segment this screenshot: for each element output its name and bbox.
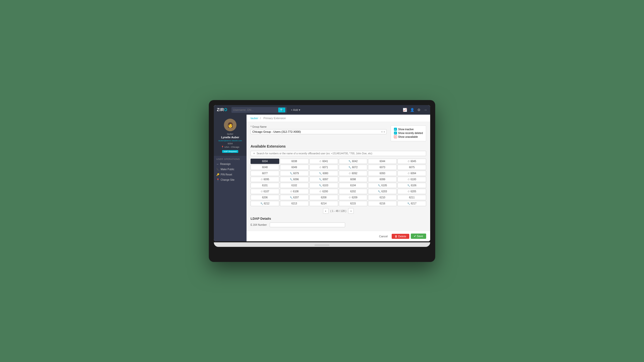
clear-button[interactable]: ✕ ▾: [381, 130, 385, 133]
section-title: Available Extensions: [251, 144, 426, 148]
extension-cell-6045[interactable]: ⏱6045: [397, 159, 426, 164]
extension-cell-6097[interactable]: 🔧6097: [309, 177, 338, 182]
extension-cell-6094[interactable]: ⏱6094: [397, 171, 426, 176]
group-name-label: * Group Name: [251, 125, 387, 128]
extension-cell-6104[interactable]: 6104: [339, 183, 368, 188]
show-deleted-checkbox[interactable]: ✔: [394, 131, 397, 134]
show-inactive-row[interactable]: ✔ Show inactive: [394, 128, 423, 131]
e164-input[interactable]: 312-772-6004: [270, 222, 345, 227]
extension-cell-6106[interactable]: 🔧6106: [397, 183, 426, 188]
extension-cell-6038[interactable]: 6038: [280, 159, 309, 164]
extension-cell-6216[interactable]: 6216: [368, 201, 397, 206]
extension-cell-6108[interactable]: ⏱6108: [280, 189, 309, 194]
sidebar-item-make-public[interactable]: 📞 Make Public: [214, 167, 247, 172]
breadcrumb-current: Primary Extension: [263, 117, 286, 120]
save-button[interactable]: ✔ Save: [411, 234, 426, 239]
checkboxes-panel: ✔ Show inactive ✔ Show recently deleted …: [391, 125, 426, 141]
extension-cell-6092[interactable]: ⏱6092: [339, 171, 368, 176]
extension-cell-6098[interactable]: 6098: [339, 177, 368, 182]
search-input[interactable]: [233, 108, 277, 111]
ops-section-label: USER OPERATIONS: [214, 156, 247, 161]
user-email: lauber@demo-stack8.com: [216, 140, 245, 142]
extension-cell-6075[interactable]: 6075: [397, 165, 426, 170]
app-logo: ZIRO: [217, 108, 227, 112]
breadcrumb-parent[interactable]: lauber: [251, 117, 258, 120]
prev-page-button[interactable]: ‹: [323, 208, 329, 214]
reassign-icon: ↔: [216, 163, 219, 165]
extension-cell-6200[interactable]: ⏱6200: [309, 189, 338, 194]
extension-filter-bar[interactable]: ▼: [251, 151, 426, 156]
extension-cell-6072[interactable]: 🔧6072: [339, 165, 368, 170]
extension-cell-6214[interactable]: 6214: [309, 201, 338, 206]
extension-cell-6213[interactable]: 6213: [280, 201, 309, 206]
extension-cell-6107[interactable]: ⏱6107: [251, 189, 279, 194]
extension-cell-6217[interactable]: 🔧6217: [397, 201, 426, 206]
extension-cell-6102[interactable]: 6102: [280, 183, 309, 188]
extension-cell-6004[interactable]: 6004: [251, 159, 279, 164]
sidebar-item-reassign[interactable]: ↔ Reassign: [214, 161, 247, 167]
extension-grid: 60046038⏱6041🔧60426044⏱604560486049⏱6071…: [251, 159, 426, 206]
show-unavailable-checkbox[interactable]: ⊗: [394, 135, 397, 138]
user-icon[interactable]: 👤: [410, 108, 414, 112]
breadcrumb: lauber / Primary Extension: [247, 115, 430, 122]
pagination-info: ( 1 - 48 / 128 ): [331, 210, 346, 212]
location-icon: 📍: [216, 178, 219, 181]
extension-cell-6203[interactable]: 🔧6203: [368, 189, 397, 194]
extension-cell-6208[interactable]: 6208: [309, 195, 338, 200]
group-name-select[interactable]: Chicago Group - Users (312-772-X000) ✕ ▾: [251, 129, 387, 134]
extension-cell-6105[interactable]: 🔧6105: [368, 183, 397, 188]
extension-cell-6206[interactable]: 6206: [251, 195, 279, 200]
sidebar-item-pin-reset[interactable]: 🔑 PIN Reset: [214, 172, 247, 177]
extension-cell-6041[interactable]: ⏱6041: [309, 159, 338, 164]
extension-cell-6202[interactable]: 6202: [339, 189, 368, 194]
next-page-button[interactable]: ›: [348, 208, 354, 214]
e164-label: E.164 Number: [251, 223, 267, 226]
extension-cell-6100[interactable]: ⏱6100: [397, 177, 426, 182]
show-unavailable-row[interactable]: ⊗ Show unavailable: [394, 135, 423, 138]
extension-cell-6096[interactable]: 🔧6096: [280, 177, 309, 182]
extension-cell-6095[interactable]: ⏱6095: [251, 177, 279, 182]
extension-cell-6099[interactable]: 6099: [368, 177, 397, 182]
avatar: 👩: [224, 119, 236, 131]
username-tag: lauber: [216, 133, 245, 135]
extension-cell-6049[interactable]: 6049: [280, 165, 309, 170]
extension-search-input[interactable]: [257, 152, 424, 155]
extension-cell-6103[interactable]: 🔧6103: [309, 183, 338, 188]
extension-cell-6205[interactable]: ⏱6205: [397, 189, 426, 194]
show-inactive-checkbox[interactable]: ✔: [394, 128, 397, 131]
extension-cell-6042[interactable]: 🔧6042: [339, 159, 368, 164]
show-deleted-row[interactable]: ✔ Show recently deleted: [394, 131, 423, 134]
add-button[interactable]: + Add ▾: [291, 108, 300, 112]
extension-cell-6079[interactable]: 🔧6079: [280, 171, 309, 176]
sidebar-item-change-site[interactable]: 📍 Change Site: [214, 177, 247, 183]
extension-cell-6209[interactable]: ⏱6209: [339, 195, 368, 200]
extension-cell-6212[interactable]: 🔧6212: [251, 201, 279, 206]
extension-cell-6080[interactable]: 🔧6080: [309, 171, 338, 176]
filter-icon: ▼: [253, 152, 255, 155]
search-bar[interactable]: 🔍: [231, 107, 287, 113]
show-unavailable-label: Show unavailable: [398, 135, 418, 138]
extension-cell-6093[interactable]: 6093: [368, 171, 397, 176]
analytics-icon[interactable]: 📈: [403, 108, 407, 112]
extension-cell-6044[interactable]: 6044: [368, 159, 397, 164]
cancel-button[interactable]: Cancel: [377, 234, 390, 239]
extension-cell-6077[interactable]: 6077: [251, 171, 279, 176]
extension-cell-6073[interactable]: 6073: [368, 165, 397, 170]
extension-cell-6048[interactable]: 6048: [251, 165, 279, 170]
delete-button[interactable]: 🗑 Delete: [392, 234, 409, 239]
extension-cell-6215[interactable]: 6215: [339, 201, 368, 206]
user-location: 📍 USA - Chicago: [216, 146, 245, 148]
search-button[interactable]: 🔍: [278, 108, 285, 112]
extension-cell-6211[interactable]: 6211: [397, 195, 426, 200]
extension-cell-6101[interactable]: 6101: [251, 183, 279, 188]
sidebar-item-label: Make Public: [221, 168, 234, 171]
settings-icon[interactable]: ⚙: [417, 108, 421, 112]
extension-cell-6210[interactable]: 6210: [368, 195, 397, 200]
extension-cell-6207[interactable]: 🔧6207: [280, 195, 309, 200]
key-icon: 🔑: [216, 173, 219, 176]
extension-cell-6071[interactable]: ⏱6071: [309, 165, 338, 170]
logout-icon[interactable]: →: [424, 108, 427, 112]
user-ext: 6004: [216, 142, 245, 145]
pagination: ‹ ( 1 - 48 / 128 ) ›: [251, 208, 426, 214]
ldap-title: LDAP Details: [251, 217, 426, 220]
